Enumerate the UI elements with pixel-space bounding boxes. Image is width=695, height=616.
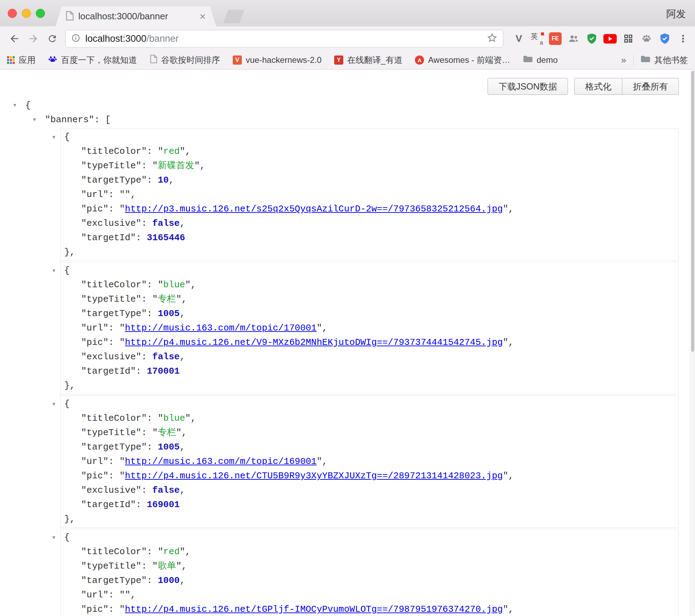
green-shield-icon bbox=[587, 33, 597, 44]
apps-shortcut[interactable]: 应用 bbox=[7, 54, 35, 66]
browser-tab[interactable]: localhost:3000/banner × bbox=[55, 6, 216, 26]
back-button[interactable] bbox=[5, 29, 24, 48]
minimize-window-button[interactable] bbox=[22, 9, 31, 18]
json-line: "typeTitle": "新碟首发", bbox=[64, 159, 675, 173]
json-token: : bbox=[147, 280, 158, 290]
json-line: "titleColor": "blue", bbox=[64, 278, 675, 292]
json-token: , bbox=[191, 413, 196, 424]
json-key: "typeTitle" bbox=[81, 294, 141, 304]
tab-close-icon[interactable]: × bbox=[199, 11, 206, 22]
bookmarks-overflow-chevron[interactable]: » bbox=[621, 55, 626, 66]
banner-object-box: ▼{"titleColor": "blue","typeTitle": "专栏"… bbox=[60, 262, 679, 394]
vertical-scrollbar[interactable] bbox=[690, 70, 695, 616]
json-key: "url" bbox=[81, 323, 108, 333]
json-token: : bbox=[141, 160, 152, 171]
collapse-toggle-icon[interactable]: ▼ bbox=[52, 130, 55, 144]
bookmark-item-vue-hackernews[interactable]: V vue-hackernews-2.0 bbox=[233, 55, 322, 65]
bookmark-item-demo[interactable]: demo bbox=[523, 55, 558, 65]
format-button[interactable]: 格式化 bbox=[574, 78, 622, 95]
chrome-menu-button[interactable] bbox=[674, 30, 692, 48]
json-key: "titleColor" bbox=[81, 280, 147, 290]
json-token: : bbox=[141, 294, 152, 304]
collapse-toggle-icon[interactable]: ▼ bbox=[52, 263, 55, 278]
json-url-link[interactable]: http://p3.music.126.net/s25q2x5QyqsAzilC… bbox=[125, 204, 503, 214]
translate-icon: 英 bbox=[531, 32, 538, 41]
youtube-extension-button[interactable] bbox=[601, 30, 619, 48]
collapse-toggle-icon[interactable]: ▼ bbox=[33, 113, 45, 127]
json-line: "exclusive": false, bbox=[64, 483, 675, 498]
collapse-toggle-icon[interactable]: ▼ bbox=[13, 98, 25, 113]
forward-button[interactable] bbox=[24, 29, 43, 48]
json-line: ▼{ bbox=[64, 130, 675, 144]
json-token: : bbox=[141, 352, 152, 362]
json-token: }, bbox=[64, 514, 75, 524]
json-token: : bbox=[141, 427, 152, 438]
download-json-button[interactable]: 下载JSON数据 bbox=[488, 78, 568, 95]
zoom-window-button[interactable] bbox=[36, 9, 45, 18]
bookmark-item-google-sort[interactable]: 谷歌按时间排序 bbox=[150, 54, 220, 66]
bookmark-star-icon[interactable] bbox=[487, 33, 497, 45]
json-url-link[interactable]: http://p4.music.126.net/tGPljf-IMOCyPvum… bbox=[125, 604, 503, 615]
json-string-value: blue bbox=[163, 280, 185, 290]
fehelper-extension-button[interactable]: FE bbox=[546, 30, 564, 48]
profile-name[interactable]: 阿发 bbox=[666, 7, 686, 21]
json-key: "titleColor" bbox=[81, 413, 147, 424]
scrollbar-thumb[interactable] bbox=[691, 71, 694, 352]
json-token: " bbox=[503, 604, 508, 615]
json-string-value: 专栏 bbox=[158, 427, 176, 438]
json-key: "typeTitle" bbox=[81, 427, 141, 438]
reload-button[interactable] bbox=[43, 29, 62, 48]
v-letter-icon: V bbox=[516, 33, 522, 44]
security-extension-button[interactable] bbox=[583, 30, 601, 48]
collapse-all-button[interactable]: 折叠所有 bbox=[622, 78, 679, 95]
json-line: "exclusive": false, bbox=[64, 350, 675, 364]
json-key: "pic" bbox=[81, 337, 108, 348]
json-number-value: 170001 bbox=[147, 366, 180, 376]
close-window-button[interactable] bbox=[8, 9, 17, 18]
collapse-toggle-icon[interactable]: ▼ bbox=[52, 397, 55, 411]
json-token: , bbox=[180, 485, 185, 496]
collapse-toggle-icon[interactable]: ▼ bbox=[52, 530, 55, 545]
json-boolean-value: false bbox=[152, 485, 180, 496]
reload-icon bbox=[47, 33, 58, 44]
other-bookmarks[interactable]: 其他书签 bbox=[641, 54, 688, 66]
json-url-link[interactable]: http://p4.music.126.net/V9-MXz6b2MNhEKju… bbox=[125, 337, 503, 348]
paw-extension-button[interactable] bbox=[637, 30, 656, 48]
json-token: " bbox=[317, 323, 322, 333]
url-bar[interactable]: localhost:3000/banner bbox=[65, 30, 503, 47]
new-tab-button[interactable] bbox=[223, 10, 244, 23]
qrcode-extension-button[interactable] bbox=[619, 30, 637, 48]
json-token: { bbox=[64, 399, 70, 409]
json-string-value: 专栏 bbox=[158, 294, 176, 304]
json-number-value: 10 bbox=[158, 175, 168, 185]
bookmark-item-awesomes[interactable]: A Awesomes - 前端资… bbox=[415, 54, 510, 66]
url-text[interactable]: localhost:3000/banner bbox=[85, 33, 482, 44]
json-token: , bbox=[130, 590, 136, 600]
json-token: " bbox=[152, 427, 158, 438]
bookmark-label: 百度一下，你就知道 bbox=[61, 54, 137, 66]
paw-icon bbox=[641, 33, 652, 44]
json-line: "targetType": 1005, bbox=[64, 440, 675, 454]
bookmark-item-baidu[interactable]: 百度一下，你就知道 bbox=[48, 54, 137, 66]
json-token: " bbox=[176, 427, 181, 438]
json-line: "targetId": 170001 bbox=[64, 364, 675, 379]
bookmark-item-youdao[interactable]: Y 在线翻译_有道 bbox=[334, 54, 402, 66]
accounts-extension-button[interactable] bbox=[564, 30, 583, 48]
json-url-link[interactable]: http://p4.music.126.net/CTU5B9R9y3XyYBZX… bbox=[125, 471, 503, 481]
json-token: " bbox=[119, 590, 125, 600]
page-info-icon[interactable] bbox=[71, 33, 80, 44]
json-url-link[interactable]: http://music.163.com/m/topic/170001 bbox=[125, 323, 317, 333]
json-line: "pic": "http://p4.music.126.net/tGPljf-I… bbox=[64, 602, 675, 616]
json-line: "typeTitle": "专栏", bbox=[64, 292, 675, 307]
json-line: "url": "http://music.163.com/m/topic/170… bbox=[64, 321, 675, 335]
json-token: , bbox=[180, 218, 185, 229]
json-line: "targetId": 169001 bbox=[64, 498, 675, 512]
json-url-link[interactable]: http://music.163.com/m/topic/169001 bbox=[125, 456, 317, 467]
protection-extension-button[interactable] bbox=[656, 30, 674, 48]
json-token: , bbox=[180, 352, 185, 362]
json-key: "targetType" bbox=[81, 175, 147, 185]
folder-icon bbox=[641, 55, 650, 65]
translate-extension-button[interactable]: 英a bbox=[528, 30, 546, 48]
json-key: "exclusive" bbox=[81, 218, 141, 229]
vimium-extension-button[interactable]: V bbox=[510, 30, 528, 48]
